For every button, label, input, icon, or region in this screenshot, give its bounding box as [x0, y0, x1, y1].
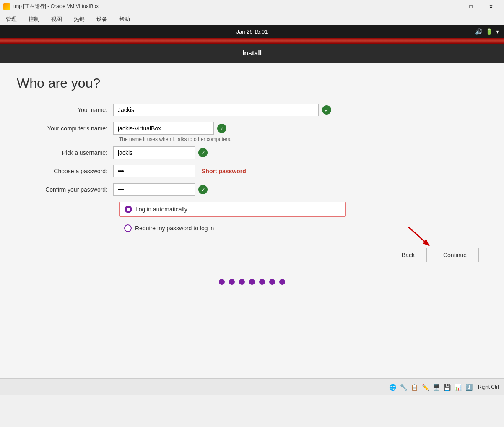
- red-accent-bar: [0, 38, 504, 44]
- nav-dot-4: [249, 279, 255, 285]
- require-password-radio[interactable]: [124, 224, 132, 232]
- main-content: Who are you? Your name: ✓ Your computer'…: [0, 63, 504, 395]
- your-name-input-wrap: ✓: [113, 104, 331, 116]
- computer-name-input-wrap: ✓: [113, 122, 226, 135]
- nav-dot-2: [229, 279, 235, 285]
- auto-login-radio[interactable]: [125, 206, 132, 213]
- taskbar-icon-6: 💾: [443, 383, 452, 392]
- username-row: Pick a username: ✓: [17, 146, 487, 159]
- confirm-password-input[interactable]: [113, 183, 195, 196]
- password-row: Choose a password: Short password: [17, 165, 487, 177]
- window-controls: ─ □ ✕: [441, 0, 501, 13]
- menu-manage[interactable]: 管理: [3, 15, 19, 24]
- confirm-password-input-wrap: ✓: [113, 183, 208, 196]
- vm-time: Jan 26 15:01: [236, 29, 268, 35]
- computer-name-row: Your computer's name: ✓: [17, 122, 487, 135]
- battery-icon: 🔋: [486, 28, 493, 35]
- username-check: ✓: [198, 148, 208, 157]
- confirm-password-label: Confirm your password:: [17, 186, 113, 193]
- svg-marker-1: [423, 239, 429, 246]
- require-password-label: Require my password to log in: [135, 225, 214, 232]
- password-input[interactable]: [113, 165, 195, 177]
- menu-devices[interactable]: 设备: [94, 15, 110, 24]
- taskbar: 🌐 🔧 📋 ✏️ 🖥️ 💾 📊 ⬇️ Right Ctrl: [0, 378, 504, 395]
- your-name-input[interactable]: [113, 104, 319, 116]
- page-title: Who are you?: [17, 76, 487, 91]
- username-input[interactable]: [113, 146, 195, 159]
- menu-control[interactable]: 控制: [26, 15, 42, 24]
- computer-name-input[interactable]: [113, 122, 214, 135]
- title-bar: tmp [正在运行] - Oracle VM VirtualBox ─ □ ✕: [0, 0, 504, 13]
- menu-view[interactable]: 视图: [49, 15, 65, 24]
- nav-dot-5: [259, 279, 265, 285]
- auto-login-label: Log in automatically: [135, 206, 187, 213]
- short-password-warning: Short password: [202, 168, 246, 174]
- computer-name-label: Your computer's name:: [17, 125, 113, 132]
- your-name-row: Your name: ✓: [17, 104, 487, 116]
- your-name-label: Your name:: [17, 107, 113, 113]
- window-title: tmp [正在运行] - Oracle VM VirtualBox: [13, 3, 99, 10]
- right-ctrl-label: Right Ctrl: [478, 384, 499, 390]
- close-button[interactable]: ✕: [481, 0, 501, 13]
- computer-name-check: ✓: [217, 124, 226, 133]
- confirm-password-check: ✓: [198, 185, 208, 194]
- vm-top-right-icons: 🔊 🔋 ▾: [475, 28, 499, 35]
- continue-button[interactable]: Continue: [431, 248, 479, 262]
- taskbar-icon-2: 🔧: [399, 383, 408, 392]
- button-row: Back Continue: [17, 248, 487, 262]
- taskbar-icon-5: 🖥️: [432, 383, 441, 392]
- nav-dot-1: [219, 279, 225, 285]
- title-bar-left: tmp [正在运行] - Oracle VM VirtualBox: [3, 3, 99, 10]
- password-label: Choose a password:: [17, 168, 113, 174]
- maximize-button[interactable]: □: [461, 0, 481, 13]
- auto-login-option[interactable]: Log in automatically: [119, 202, 346, 217]
- nav-dot-7: [279, 279, 285, 285]
- taskbar-icon-8: ⬇️: [465, 383, 474, 392]
- form-container: Who are you? Your name: ✓ Your computer'…: [0, 63, 504, 395]
- volume-icon: 🔊: [475, 28, 482, 35]
- taskbar-icon-4: ✏️: [421, 383, 430, 392]
- nav-dot-3: [239, 279, 245, 285]
- confirm-password-row: Confirm your password: ✓: [17, 183, 487, 196]
- nav-dot-6: [269, 279, 275, 285]
- password-input-wrap: Short password: [113, 165, 246, 177]
- taskbar-icon-7: 📊: [454, 383, 463, 392]
- form-area: Your name: ✓ Your computer's name: ✓ The…: [17, 104, 487, 293]
- username-input-wrap: ✓: [113, 146, 208, 159]
- dropdown-icon: ▾: [496, 28, 499, 35]
- menu-help[interactable]: 帮助: [117, 15, 132, 24]
- your-name-check: ✓: [322, 105, 331, 115]
- app-icon: [3, 3, 10, 10]
- menu-bar: 管理 控制 视图 热键 设备 帮助: [0, 13, 504, 25]
- taskbar-icon-1: 🌐: [388, 383, 397, 392]
- install-title: Install: [242, 49, 262, 57]
- menu-hotkeys[interactable]: 热键: [71, 15, 87, 24]
- vm-top-bar: Jan 26 15:01 🔊 🔋 ▾: [0, 25, 504, 38]
- minimize-button[interactable]: ─: [441, 0, 460, 13]
- username-label: Pick a username:: [17, 149, 113, 156]
- nav-dots: [17, 271, 487, 293]
- taskbar-icon-3: 📋: [410, 383, 419, 392]
- computer-name-hint: The name it uses when it talks to other …: [119, 136, 487, 142]
- install-header: Install: [0, 44, 504, 63]
- arrow-indicator: [404, 223, 438, 254]
- require-password-option[interactable]: Require my password to log in: [119, 221, 346, 235]
